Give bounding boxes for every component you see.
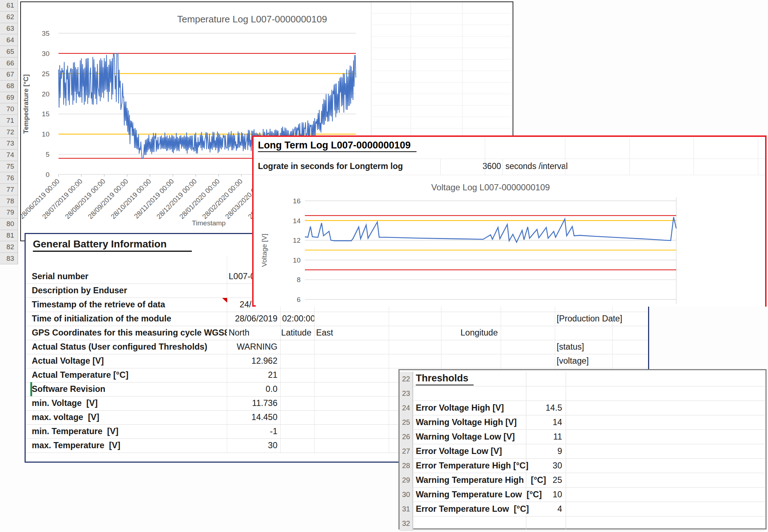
row-header-71[interactable]: 71 <box>0 115 18 126</box>
battery-info-label[interactable]: Actual Voltage [V] <box>32 354 227 368</box>
battery-info-title[interactable]: General Battery Information <box>33 238 192 250</box>
row-header-25[interactable]: 25 <box>400 415 413 429</box>
row-header-65[interactable]: 65 <box>0 46 18 57</box>
threshold-label[interactable] <box>416 386 524 401</box>
battery-info-label[interactable]: Software Revision <box>32 382 227 396</box>
battery-info-value[interactable]: WARNING <box>227 340 280 354</box>
threshold-value[interactable]: 25 <box>526 473 562 487</box>
battery-info-value[interactable]: 24/ <box>227 298 254 312</box>
row-header-67[interactable]: 67 <box>0 69 18 81</box>
battery-info-value[interactable]: 30 <box>227 438 280 453</box>
row-header-69[interactable]: 69 <box>0 92 18 104</box>
lograte-unit-cell[interactable]: seconds /interval <box>505 161 568 171</box>
lograte-value-cell[interactable]: 3600 <box>440 161 501 171</box>
battery-info-label[interactable]: min. Temperature [V] <box>32 424 227 438</box>
row-header-75[interactable]: 75 <box>0 161 18 173</box>
battery-info-value[interactable]: [Production Date] <box>555 312 650 326</box>
threshold-value[interactable]: 4 <box>526 502 562 516</box>
battery-info-value[interactable]: East <box>314 326 389 340</box>
row-header-74[interactable]: 74 <box>0 150 18 161</box>
battery-info-label[interactable]: min. Voltage [V] <box>32 396 227 410</box>
threshold-value[interactable]: 14 <box>526 415 562 429</box>
battery-info-value[interactable]: [voltage] <box>555 354 650 368</box>
threshold-label[interactable]: Error Voltage High [V] <box>416 401 524 415</box>
lograte-row: Lograte in seconds for Longterm log 3600… <box>254 159 765 175</box>
row-header-70[interactable]: 70 <box>0 103 18 115</box>
row-header-80[interactable]: 80 <box>0 219 18 230</box>
battery-info-label[interactable]: Actual Temperature [°C] <box>32 368 227 382</box>
threshold-label[interactable]: Warning Temperature High [°C] <box>416 473 524 487</box>
threshold-label[interactable]: Error Temperature High [°C] <box>416 458 524 473</box>
battery-info-label[interactable]: Timestamp of the retrieve of data <box>32 298 227 312</box>
battery-info-label[interactable]: Actual Status (User configured Threshold… <box>32 340 227 354</box>
voltage-chart[interactable]: 6810121416Voltage [V]Voltage Log L007-00… <box>256 177 765 307</box>
battery-info-label[interactable]: Description by Enduser <box>32 284 227 298</box>
row-header-72[interactable]: 72 <box>0 126 18 138</box>
svg-text:28/01/2020 00:00: 28/01/2020 00:00 <box>178 177 221 220</box>
row-header-61[interactable]: 61 <box>0 0 18 12</box>
threshold-value[interactable]: 30 <box>526 458 562 473</box>
threshold-label[interactable]: Warning Voltage High [V] <box>416 415 524 429</box>
row-header-73[interactable]: 73 <box>0 138 18 150</box>
threshold-label[interactable]: Error Voltage Low [V] <box>416 444 524 458</box>
thresholds-title[interactable]: Thresholds <box>416 372 524 386</box>
threshold-value[interactable] <box>526 516 562 531</box>
threshold-label[interactable]: Error Temperature Low [°C] <box>416 502 524 516</box>
row-header-22[interactable]: 22 <box>400 372 413 386</box>
comment-indicator[interactable] <box>222 298 227 303</box>
row-header-81[interactable]: 81 <box>0 230 18 242</box>
threshold-value[interactable]: 10 <box>526 487 562 502</box>
battery-info-value[interactable]: 0.0 <box>227 382 280 396</box>
row-header-27[interactable]: 27 <box>400 444 413 458</box>
row-header-76[interactable]: 76 <box>0 172 18 184</box>
battery-info-value[interactable]: 14.450 <box>227 410 280 424</box>
threshold-label[interactable] <box>416 516 524 531</box>
battery-info-value[interactable]: [status] <box>555 340 650 354</box>
thresholds-row: 27Error Voltage Low [V]9 <box>400 444 765 459</box>
battery-info-value[interactable]: 21 <box>227 368 280 382</box>
svg-text:Tempedrature [°C]: Tempedrature [°C] <box>22 74 30 134</box>
report-page: { "excel": { "left_rows": [61,62,63,64,6… <box>0 0 768 532</box>
row-header-26[interactable]: 26 <box>400 429 413 444</box>
battery-info-label[interactable]: Serial number <box>32 269 227 284</box>
row-header-82[interactable]: 82 <box>0 241 18 253</box>
threshold-value[interactable] <box>526 386 562 401</box>
battery-info-value[interactable]: Latitude <box>280 326 314 340</box>
threshold-label[interactable]: Warning Voltage Low [V] <box>416 429 524 444</box>
battery-info-label[interactable]: max. voltage [V] <box>32 410 227 424</box>
threshold-label[interactable]: Warning Temperature Low [°C] <box>416 487 524 502</box>
row-header-28[interactable]: 28 <box>400 458 413 473</box>
row-header-68[interactable]: 68 <box>0 81 18 92</box>
battery-info-label[interactable]: max. Temperature [V] <box>32 438 227 453</box>
battery-info-label[interactable]: GPS Coordinates for this measuring cycle… <box>32 326 227 340</box>
row-header-32[interactable]: 32 <box>400 516 413 531</box>
battery-info-label[interactable]: Time of initialization of the module <box>32 312 227 326</box>
battery-info-value[interactable]: 28/06/2019 <box>227 312 280 326</box>
battery-info-value[interactable]: Longitude <box>441 326 501 340</box>
threshold-value[interactable]: 9 <box>526 444 562 458</box>
row-header-23[interactable]: 23 <box>400 386 413 401</box>
battery-info-value[interactable]: North <box>227 326 280 340</box>
long-term-log-title[interactable]: Long Term Log L007-0000000109 <box>258 140 417 151</box>
row-header-77[interactable]: 77 <box>0 184 18 195</box>
threshold-value[interactable]: 14.5 <box>526 401 562 415</box>
row-header-29[interactable]: 29 <box>400 473 413 487</box>
svg-text:0: 0 <box>46 171 49 178</box>
battery-info-value[interactable]: 12.962 <box>227 354 280 368</box>
row-header-83[interactable]: 83 <box>0 253 18 264</box>
lograte-label-cell[interactable]: Lograte in seconds for Longterm log <box>258 161 403 171</box>
battery-info-value[interactable]: 02:00:00 <box>280 312 314 326</box>
row-header-63[interactable]: 63 <box>0 23 18 35</box>
svg-text:28/09/2019 00:00: 28/09/2019 00:00 <box>86 177 129 220</box>
battery-info-value[interactable]: 11.736 <box>227 396 280 410</box>
row-header-66[interactable]: 66 <box>0 57 18 69</box>
row-header-78[interactable]: 78 <box>0 195 18 207</box>
row-header-64[interactable]: 64 <box>0 34 18 46</box>
row-header-79[interactable]: 79 <box>0 207 18 219</box>
battery-info-value[interactable]: -1 <box>227 424 280 438</box>
row-header-24[interactable]: 24 <box>400 401 413 415</box>
row-header-31[interactable]: 31 <box>400 502 413 516</box>
threshold-value[interactable]: 11 <box>526 429 562 444</box>
row-header-30[interactable]: 30 <box>400 487 413 502</box>
row-header-62[interactable]: 62 <box>0 12 18 23</box>
